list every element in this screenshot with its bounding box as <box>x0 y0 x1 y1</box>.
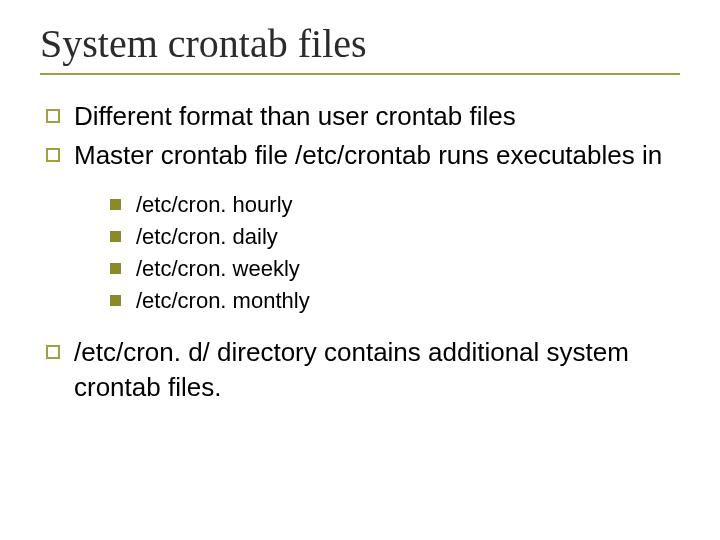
bullet-list-1: Different format than user crontab files… <box>40 99 680 173</box>
bullet-item: Different format than user crontab files <box>40 99 680 134</box>
slide-title: System crontab files <box>40 20 680 67</box>
bullet-list-2: /etc/cron. d/ directory contains additio… <box>40 335 680 405</box>
sub-bullet-list: /etc/cron. hourly /etc/cron. daily /etc/… <box>110 189 680 317</box>
bullet-item: Master crontab file /etc/crontab runs ex… <box>40 138 680 173</box>
sub-bullet-item: /etc/cron. weekly <box>110 253 680 285</box>
slide: System crontab files Different format th… <box>0 0 720 540</box>
sub-bullet-item: /etc/cron. daily <box>110 221 680 253</box>
sub-bullet-item: /etc/cron. monthly <box>110 285 680 317</box>
title-underline <box>40 73 680 75</box>
bullet-item: /etc/cron. d/ directory contains additio… <box>40 335 680 405</box>
sub-bullet-item: /etc/cron. hourly <box>110 189 680 221</box>
